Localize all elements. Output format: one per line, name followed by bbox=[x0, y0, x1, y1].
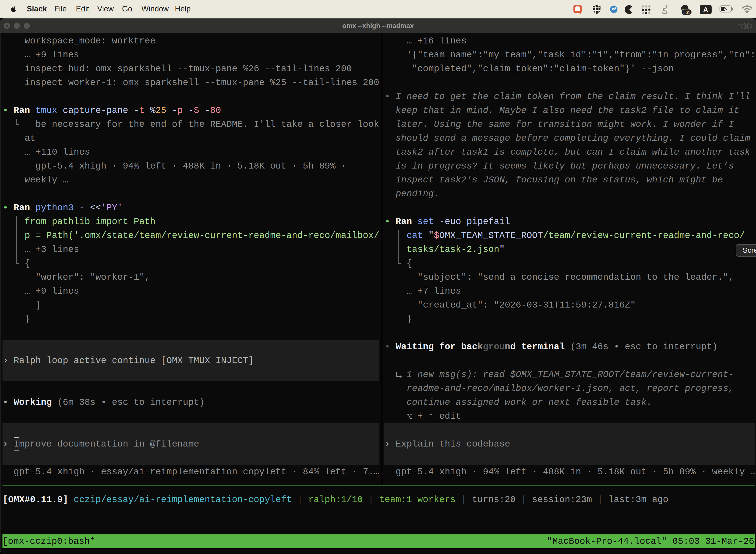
svg-text:..61: ..61 bbox=[683, 10, 690, 15]
svg-text:1: 1 bbox=[750, 22, 752, 29]
svg-text:A: A bbox=[703, 6, 708, 13]
